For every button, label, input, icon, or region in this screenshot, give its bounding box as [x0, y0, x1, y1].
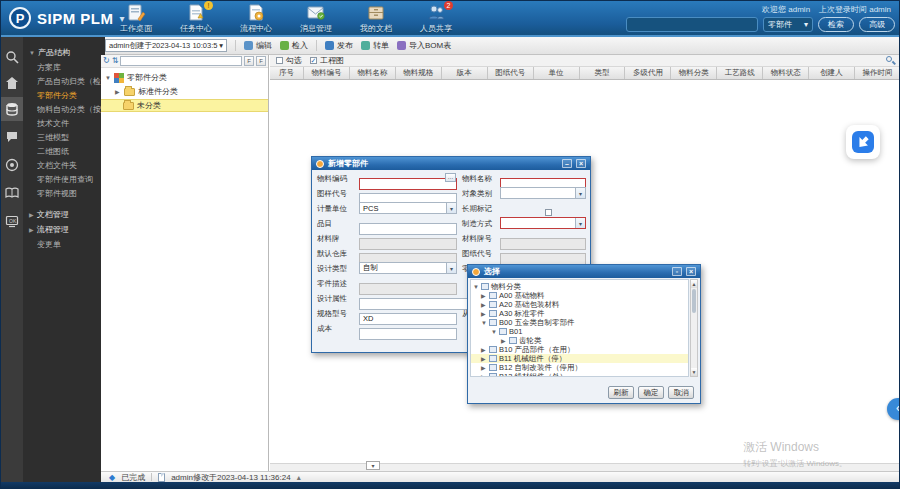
column-header[interactable]: 物料状态	[763, 67, 809, 79]
triangle-icon[interactable]: ▶	[481, 346, 487, 353]
remote-assist-floater[interactable]	[846, 125, 880, 159]
close-icon[interactable]: ×	[686, 267, 696, 276]
tree-filter-input[interactable]	[120, 56, 242, 66]
triangle-icon[interactable]: ▶	[481, 292, 487, 299]
unit-select[interactable]: PCS ▾	[359, 202, 457, 214]
refresh-icon[interactable]: ↻	[103, 56, 110, 66]
tree-locate-button[interactable]: F	[256, 56, 266, 66]
triangle-icon[interactable]: ▶	[501, 337, 507, 344]
triangle-icon[interactable]: ▼	[481, 320, 487, 326]
strip-target-button[interactable]	[1, 153, 23, 177]
column-header[interactable]: 工艺路线	[717, 67, 763, 79]
triangle-icon[interactable]: ▶	[481, 355, 487, 362]
maximize-icon[interactable]: ▫	[672, 267, 682, 276]
my-docs-button[interactable]: 我的文档	[353, 3, 399, 34]
column-header[interactable]: 单位	[534, 67, 580, 79]
design-type-select[interactable]: 自制 ▾	[359, 262, 457, 274]
sidebar-item-doc-folders[interactable]: 文档文件夹	[37, 160, 103, 171]
triangle-up-icon[interactable]: ▴	[297, 473, 301, 482]
search-category-select[interactable]: 零部件 ▾	[763, 17, 813, 32]
sidebar-group-workflow[interactable]: ▶ 流程管理	[29, 224, 69, 235]
cancel-button[interactable]: 取消	[668, 386, 694, 399]
dialog-titlebar[interactable]: 新增零部件 – ×	[312, 157, 590, 170]
user-share-button[interactable]: 2 人员共享	[413, 3, 459, 34]
sidebar-item-2d-drawings[interactable]: 二维图纸	[37, 146, 103, 157]
lookup-button[interactable]: …	[445, 173, 456, 182]
triangle-right-icon[interactable]: ▶	[115, 88, 121, 95]
dialog-titlebar[interactable]: 选择 ▫ ×	[468, 265, 700, 278]
longterm-flag-checkbox[interactable]	[545, 209, 552, 216]
global-search-input[interactable]	[626, 17, 758, 32]
cost-input[interactable]	[359, 328, 457, 340]
triangle-icon[interactable]: ▼	[491, 329, 497, 335]
workflow-button[interactable]: 流程中心	[233, 3, 279, 34]
expand-collapse-icon[interactable]: ⇅	[112, 56, 119, 66]
tree-node[interactable]: ▶ B13 线材组件（外）	[471, 372, 688, 377]
version-dropdown[interactable]: admin创建于2023-04-13 10:03:5 ▾	[105, 39, 227, 52]
sidebar-item-change-order[interactable]: 变更单	[37, 239, 103, 250]
triangle-down-icon[interactable]: ▼	[105, 75, 111, 81]
edit-button[interactable]: 编辑	[244, 40, 272, 51]
list-search-icon[interactable]	[886, 56, 895, 65]
sidebar-group-product-structure[interactable]: ▼ 产品结构	[29, 47, 70, 58]
app-logo[interactable]: P SIPM PLM ▾	[9, 7, 125, 29]
column-header[interactable]: 物料名称	[350, 67, 396, 79]
tree-node[interactable]: ▼ B01	[471, 327, 688, 336]
triangle-icon[interactable]: ▶	[481, 310, 487, 317]
column-header[interactable]: 版本	[442, 67, 488, 79]
tree-node-standard-parts[interactable]: ▶ 标准件分类	[101, 85, 268, 98]
transfer-button[interactable]: 转单	[361, 40, 389, 51]
strip-monitor-button[interactable]: OK	[1, 209, 23, 233]
column-header[interactable]: 操作时间	[855, 67, 900, 79]
sidebar-item-tech-docs[interactable]: 技术文件	[37, 118, 103, 129]
tree-scrollbar[interactable]: ▲ ▼	[690, 279, 698, 377]
close-icon[interactable]: ×	[576, 159, 586, 168]
scroll-thumb[interactable]	[692, 289, 696, 313]
advanced-search-button[interactable]: 高级	[859, 17, 895, 32]
sidebar-item-3d-models[interactable]: 三维模型	[37, 132, 103, 143]
triangle-icon[interactable]: ▼	[473, 284, 479, 290]
refresh-button[interactable]: 刷新	[608, 386, 634, 399]
triangle-icon[interactable]: ▶	[481, 373, 487, 377]
manufacture-mode-select[interactable]: ▾	[500, 217, 586, 229]
minimize-icon[interactable]: –	[562, 159, 572, 168]
tree-filter-button[interactable]: F	[244, 56, 254, 66]
ok-button[interactable]: 确定	[638, 386, 664, 399]
column-header[interactable]: 创建人	[809, 67, 855, 79]
checkin-button[interactable]: 检入	[280, 40, 308, 51]
strip-search-button[interactable]	[1, 45, 23, 69]
sidebar-item-material-rules[interactable]: 物料自动分类（按规则）	[37, 104, 103, 115]
strip-data-button[interactable]	[1, 97, 23, 121]
sidebar-item-part-classes[interactable]: 零部件分类	[37, 90, 103, 101]
publish-button[interactable]: 发布	[325, 40, 353, 51]
sidebar-item-part-views[interactable]: 零部件视图	[37, 188, 103, 199]
tasks-button[interactable]: ! 任务中心	[173, 3, 219, 34]
sidebar-item-auto-catalog[interactable]: 产品自动归类（检查库）	[37, 76, 103, 87]
object-class-select[interactable]: ▾	[500, 187, 586, 199]
tree-node-unclassified[interactable]: 未分类	[101, 99, 268, 112]
triangle-icon[interactable]: ▶	[481, 301, 487, 308]
column-header[interactable]: 物料规格	[396, 67, 442, 79]
tree-node[interactable]: ▼ B00 五金类自制零部件	[471, 318, 688, 327]
checkbox-checked[interactable]: ✓	[310, 57, 317, 64]
column-header[interactable]: 多级代用	[625, 67, 671, 79]
tree-root-part-classes[interactable]: ▼ 零部件分类	[101, 71, 268, 84]
column-header[interactable]: 类型	[580, 67, 626, 79]
messages-button[interactable]: 消息管理	[293, 3, 339, 34]
check-option-select[interactable]: 勾选	[276, 55, 302, 66]
import-bom-button[interactable]: 导入BOM表	[397, 40, 451, 51]
strip-home-button[interactable]	[1, 71, 23, 95]
column-header[interactable]: 物料编号	[304, 67, 350, 79]
triangle-icon[interactable]: ▶	[481, 364, 487, 371]
strip-book-button[interactable]	[1, 181, 23, 205]
horizontal-scrollbar[interactable]: ▾	[270, 463, 900, 471]
column-header[interactable]: 图纸代号	[488, 67, 534, 79]
sidebar-group-documents[interactable]: ▶ 文档管理	[29, 209, 69, 220]
strip-chat-button[interactable]	[1, 125, 23, 149]
page-size-select[interactable]: ▾	[366, 461, 380, 470]
column-header[interactable]: 序号	[270, 67, 304, 79]
sidebar-item-usage-query[interactable]: 零部件使用查询	[37, 174, 103, 185]
scroll-down-icon[interactable]: ▼	[691, 368, 697, 376]
column-header[interactable]: 物料分类	[671, 67, 717, 79]
check-option-drawing[interactable]: ✓ 工程图	[310, 55, 344, 66]
